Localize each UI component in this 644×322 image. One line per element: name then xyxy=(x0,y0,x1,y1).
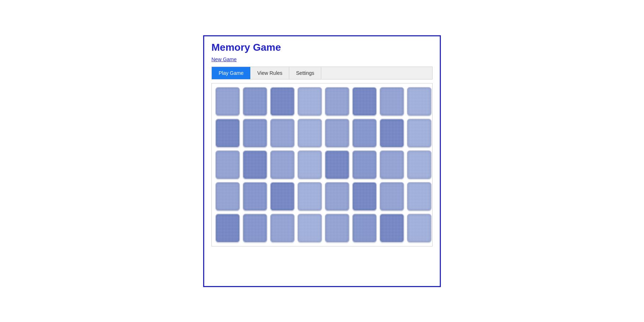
card-31[interactable] xyxy=(407,182,431,211)
tab-settings[interactable]: Settings xyxy=(289,67,321,79)
card-12[interactable] xyxy=(325,119,349,148)
card-38[interactable] xyxy=(380,214,404,242)
card-39[interactable] xyxy=(407,214,431,242)
card-11[interactable] xyxy=(298,119,322,148)
tab-view-rules[interactable]: View Rules xyxy=(250,67,289,79)
card-1[interactable] xyxy=(243,87,267,116)
card-17[interactable] xyxy=(243,150,267,179)
card-23[interactable] xyxy=(407,150,431,179)
card-27[interactable] xyxy=(298,182,322,211)
card-7[interactable] xyxy=(407,87,431,116)
card-35[interactable] xyxy=(298,214,322,242)
card-36[interactable] xyxy=(325,214,349,242)
card-28[interactable] xyxy=(325,182,349,211)
card-3[interactable] xyxy=(298,87,322,116)
card-21[interactable] xyxy=(352,150,377,179)
cards-grid xyxy=(215,87,429,242)
card-37[interactable] xyxy=(352,214,377,242)
card-6[interactable] xyxy=(380,87,404,116)
card-32[interactable] xyxy=(215,214,240,242)
tab-play-game[interactable]: Play Game xyxy=(212,67,250,79)
card-5[interactable] xyxy=(352,87,377,116)
card-24[interactable] xyxy=(215,182,240,211)
app-title: Memory Game xyxy=(211,42,433,53)
card-15[interactable] xyxy=(407,119,431,148)
new-game-link[interactable]: New Game xyxy=(211,56,237,62)
card-25[interactable] xyxy=(243,182,267,211)
card-14[interactable] xyxy=(380,119,404,148)
card-13[interactable] xyxy=(352,119,377,148)
card-8[interactable] xyxy=(215,119,240,148)
tabs-bar: Play Game View Rules Settings xyxy=(211,67,433,80)
card-18[interactable] xyxy=(270,150,295,179)
card-26[interactable] xyxy=(270,182,295,211)
card-9[interactable] xyxy=(243,119,267,148)
card-34[interactable] xyxy=(270,214,295,242)
card-29[interactable] xyxy=(352,182,377,211)
card-22[interactable] xyxy=(380,150,404,179)
card-33[interactable] xyxy=(243,214,267,242)
card-16[interactable] xyxy=(215,150,240,179)
card-0[interactable] xyxy=(215,87,240,116)
card-10[interactable] xyxy=(270,119,295,148)
card-2[interactable] xyxy=(270,87,295,116)
cards-panel xyxy=(211,83,433,246)
card-30[interactable] xyxy=(380,182,404,211)
card-20[interactable] xyxy=(325,150,349,179)
card-19[interactable] xyxy=(298,150,322,179)
card-4[interactable] xyxy=(325,87,349,116)
app-container: Memory Game New Game Play Game View Rule… xyxy=(203,35,441,287)
